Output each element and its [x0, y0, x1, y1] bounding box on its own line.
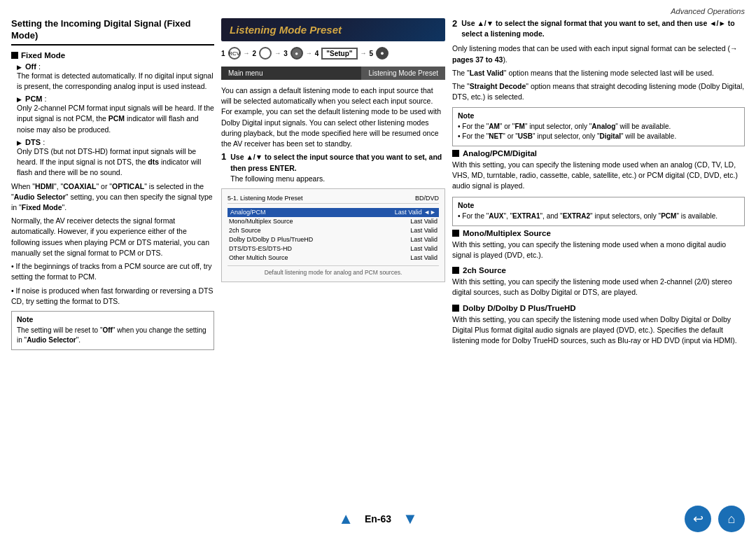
menu-row-dolby-label: Dolby D/Dolby D Plus/TrueHD	[229, 236, 313, 243]
receiver-icon: RCV	[228, 47, 241, 60]
back-button[interactable]: ↩	[685, 506, 711, 532]
page-header: Advanced Operations	[11, 7, 745, 15]
fixed-mode-label-text: Fixed Mode	[21, 51, 65, 60]
right-column: 2 Use ▲/▼ to select the signal format th…	[452, 18, 745, 504]
home-button[interactable]: ⌂	[718, 506, 745, 532]
step-arrow2: →	[274, 50, 281, 57]
menu-row-2ch: 2ch Source Last Valid	[227, 226, 439, 235]
step3-circle: ●	[290, 47, 303, 60]
page-footer: ▲ En-63 ▼ ↩ ⌂	[11, 504, 745, 528]
step1-label: 1	[221, 50, 225, 57]
2ch-section: 2ch Source With this setting, you can sp…	[452, 266, 745, 298]
dolby-text: With this setting, you can specify the l…	[452, 314, 745, 347]
right-note2-title: Note	[458, 201, 739, 209]
step1-instruction: 1 Use ▲/▼ to select the input source tha…	[221, 152, 445, 184]
2ch-title-text: 2ch Source	[463, 266, 506, 275]
footer-nav: ▲ En-63 ▼	[338, 510, 418, 528]
prev-page-arrow[interactable]: ▲	[338, 510, 354, 528]
bullet2: • If noise is produced when fast forward…	[11, 286, 214, 307]
menu-row-other: Other Multich Source Last Valid	[227, 253, 439, 263]
dts-label: DTS	[25, 138, 41, 146]
menu-caption: Default listening mode for analog and PC…	[227, 265, 439, 276]
2ch-square-icon	[452, 267, 459, 274]
right-note1-text2: • For the "NET" or "USB" input selector,…	[458, 132, 739, 142]
analog-title-text: Analog/PCM/Digital	[463, 149, 537, 158]
menu-row-dts-value: Last Valid	[410, 245, 438, 252]
menu-row-other-label: Other Multich Source	[229, 254, 288, 261]
menu-row-dolby: Dolby D/Dolby D Plus/TrueHD Last Valid	[227, 235, 439, 244]
step5-label: 5	[370, 50, 374, 57]
pcm-item: ▶ PCM : Only 2-channel PCM format input …	[17, 95, 214, 135]
off-text: The format is detected automatically. If…	[17, 71, 214, 92]
step3-label: 3	[284, 50, 288, 57]
pcm-colon: :	[45, 95, 47, 103]
dts-arrow-icon: ▶	[17, 139, 22, 146]
black-square-icon	[11, 52, 18, 59]
step1-text: Use ▲/▼ to select the input source that …	[230, 152, 445, 184]
dolby-section: Dolby D/Dolby D Plus/TrueHD With this se…	[452, 304, 745, 347]
page-number: En-63	[365, 513, 391, 524]
dts-colon: :	[43, 138, 45, 146]
mono-section-title: Mono/Multiplex Source	[452, 229, 745, 237]
off-item: ▶ Off : The format is detected automatic…	[17, 62, 214, 92]
last-valid-text: The "Last Valid" option means that the l…	[452, 68, 745, 78]
header-title: Advanced Operations	[671, 7, 745, 15]
step-arrow3: →	[306, 50, 312, 57]
step2-number: 2	[452, 18, 457, 39]
arrow-right-icon: ▶	[17, 64, 22, 71]
menu-row-analog-value: Last Valid ◄►	[395, 209, 436, 216]
step2-instruction: 2 Use ▲/▼ to select the signal format th…	[452, 18, 745, 39]
analog-square-icon	[452, 150, 459, 157]
step5-circle: ●	[376, 47, 388, 60]
next-page-arrow[interactable]: ▼	[402, 510, 418, 528]
menu-row-mono-value: Last Valid	[410, 218, 438, 225]
main-content: Setting the Incoming Digital Signal (Fix…	[11, 18, 745, 504]
bullet1: • If the beginnings of tracks from a PCM…	[11, 261, 214, 282]
dolby-title-text: Dolby D/Dolby D Plus/TrueHD	[463, 304, 576, 312]
menu-row-mono-label: Mono/Multiplex Source	[229, 218, 293, 225]
step-navigation: 1 RCV → 2 → 3 ● → 4 "Setup" → 5 ●	[221, 47, 445, 60]
home-icon: ⌂	[728, 512, 736, 527]
pcm-text: Only 2-channel PCM format input signals …	[17, 103, 214, 135]
step2-intro: Only listening modes that can be used wi…	[452, 43, 745, 64]
step-arrow4: →	[360, 50, 367, 57]
lmp-intro-text: You can assign a default listening mode …	[221, 85, 445, 149]
mono-section: Mono/Multiplex Source With this setting,…	[452, 229, 745, 260]
step2-text: Use ▲/▼ to select the signal format that…	[461, 18, 745, 39]
2ch-text: With this setting, you can specify the l…	[452, 277, 745, 298]
right-note-box1: Note • For the "AM" or "FM" input select…	[452, 107, 745, 146]
off-label: Off	[25, 62, 36, 71]
back-icon: ↩	[693, 511, 704, 527]
right-note1-title: Note	[458, 111, 739, 120]
step2-label: 2	[253, 50, 257, 57]
analog-section-title: Analog/PCM/Digital	[452, 149, 745, 158]
menu-row-mono: Mono/Multiplex Source Last Valid	[227, 217, 439, 226]
analog-text: With this setting, you can specify the l…	[452, 160, 745, 192]
right-note2-text: • For the "AUX", "EXTRA1", and "EXTRA2" …	[458, 211, 739, 222]
left-section-title: Setting the Incoming Digital Signal (Fix…	[11, 18, 214, 46]
menu-bar-right: Listening Mode Preset	[361, 67, 445, 80]
hdmi-text: When "HDMI", "COAXIAL" or "OPTICAL" is s…	[11, 181, 214, 214]
menu-row-analog: Analog/PCM Last Valid ◄►	[227, 208, 439, 217]
step1-number: 1	[221, 152, 226, 184]
middle-column: Listening Mode Preset 1 RCV → 2 → 3 ● → …	[221, 18, 445, 504]
menu-row-dts-label: DTS/DTS-ES/DTS-HD	[229, 245, 292, 252]
menu-row-2ch-value: Last Valid	[410, 227, 438, 234]
menu-row-dts: DTS/DTS-ES/DTS-HD Last Valid	[227, 244, 439, 253]
screenshot-title-right: BD/DVD	[415, 195, 439, 202]
step-arrow1: →	[244, 50, 250, 57]
screenshot-title-left: 5-1. Listening Mode Preset	[227, 195, 303, 202]
auto-text: Normally, the AV receiver detects the si…	[11, 216, 214, 258]
step4-label: 4	[315, 50, 319, 57]
mono-title-text: Mono/Multiplex Source	[463, 229, 551, 237]
pcm-label: PCM	[25, 95, 42, 103]
2ch-section-title: 2ch Source	[452, 266, 745, 275]
menu-screenshot: 5-1. Listening Mode Preset BD/DVD Analog…	[221, 188, 445, 282]
left-note1: The setting will be reset to "Off" when …	[17, 326, 209, 346]
left-note-box: Note The setting will be reset to "Off" …	[11, 311, 214, 350]
right-note1-text1: • For the "AM" or "FM" input selector, o…	[458, 122, 739, 132]
menu-screenshot-title: 5-1. Listening Mode Preset BD/DVD	[227, 195, 439, 204]
menu-bar-left: Main menu	[221, 67, 361, 80]
mono-square-icon	[452, 230, 459, 237]
left-note-title: Note	[17, 315, 209, 324]
